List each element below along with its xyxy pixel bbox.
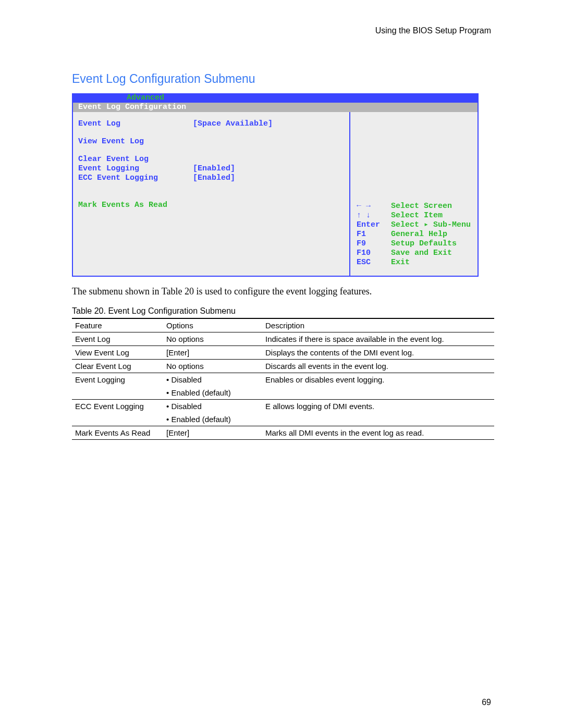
th-options: Options — [163, 318, 262, 332]
td-description: Indicates if there is space available in… — [262, 332, 494, 346]
table-row: • Enabled (default) — [72, 386, 494, 400]
bios-item-event-logging: Event Logging — [78, 164, 193, 174]
table-caption: Table 20. Event Log Configuration Submen… — [72, 306, 491, 316]
bios-help-pane: ← →Select Screen ↑ ↓Select Item EnterSel… — [350, 112, 478, 276]
td-options: • Enabled (default) — [163, 386, 262, 400]
bios-tab-advanced: Advanced — [123, 93, 168, 103]
table-row: Mark Events As Read [Enter] Marks all DM… — [72, 426, 494, 440]
table-row: View Event Log [Enter] Displays the cont… — [72, 346, 494, 360]
bios-key-f10: F10 — [357, 249, 391, 258]
td-description: Displays the contents of the DMI event l… — [262, 346, 494, 360]
td-options: No options — [163, 360, 262, 373]
table-row: ECC Event Logging • Disabled E allows lo… — [72, 400, 494, 413]
th-description: Description — [262, 318, 494, 332]
bios-desc-select-submenu: Select ▸ Sub-Menu — [391, 220, 471, 230]
bios-value-ecc-event-logging: [Enabled] — [193, 174, 235, 183]
bios-item-clear-event-log: Clear Event Log — [78, 155, 344, 164]
td-description — [262, 413, 494, 426]
bios-desc-select-item: Select Item — [391, 211, 443, 220]
bios-key-arrows-lr: ← → — [357, 202, 391, 211]
td-feature: Clear Event Log — [72, 360, 163, 373]
bios-key-esc: ESC — [357, 258, 391, 267]
td-feature: View Event Log — [72, 346, 163, 360]
td-description: Marks all DMI events in the event log as… — [262, 426, 494, 440]
page: Using the BIOS Setup Program Event Log C… — [0, 0, 563, 728]
table-header-row: Feature Options Description — [72, 318, 494, 332]
bios-screenshot: Advanced Event Log Configuration Event L… — [72, 93, 479, 277]
td-feature: Mark Events As Read — [72, 426, 163, 440]
td-options: • Disabled — [163, 400, 262, 413]
section-heading: Event Log Configuration Submenu — [72, 72, 491, 86]
bios-key-arrows-ud: ↑ ↓ — [357, 211, 391, 220]
bios-item-event-log: Event Log — [78, 119, 193, 129]
table-row: Clear Event Log No options Discards all … — [72, 360, 494, 373]
bios-desc-exit: Exit — [391, 258, 410, 267]
feature-table: Feature Options Description Event Log No… — [72, 318, 494, 440]
td-options: • Enabled (default) — [163, 413, 262, 426]
bios-key-enter: Enter — [357, 220, 391, 230]
bios-tab-bar: Advanced — [73, 93, 478, 103]
td-description: Enables or disables event logging. — [262, 373, 494, 387]
table-row: Event Log No options Indicates if there … — [72, 332, 494, 346]
td-description — [262, 386, 494, 400]
td-feature: Event Log — [72, 332, 163, 346]
table-row: Event Logging • Disabled Enables or disa… — [72, 373, 494, 387]
bios-left-pane: Event Log [Space Available] View Event L… — [73, 112, 350, 276]
td-feature — [72, 386, 163, 400]
caption-paragraph: The submenu shown in Table 20 is used to… — [72, 286, 491, 297]
td-feature — [72, 413, 163, 426]
td-options: • Disabled — [163, 373, 262, 387]
running-header: Using the BIOS Setup Program — [72, 26, 491, 35]
bios-key-f1: F1 — [357, 230, 391, 239]
table-row: • Enabled (default) — [72, 413, 494, 426]
td-options: No options — [163, 332, 262, 346]
bios-desc-save-exit: Save and Exit — [391, 249, 452, 258]
bios-key-f9: F9 — [357, 239, 391, 249]
bios-value-event-logging: [Enabled] — [193, 164, 235, 174]
bios-value-event-log: [Space Available] — [193, 119, 273, 129]
td-options: [Enter] — [163, 426, 262, 440]
bios-body: Event Log [Space Available] View Event L… — [73, 112, 478, 276]
td-feature: ECC Event Logging — [72, 400, 163, 413]
td-description: E allows logging of DMI events. — [262, 400, 494, 413]
bios-item-mark-events-as-read: Mark Events As Read — [78, 201, 344, 210]
page-number: 69 — [482, 698, 491, 707]
bios-desc-general-help: General Help — [391, 230, 447, 239]
td-feature: Event Logging — [72, 373, 163, 387]
bios-item-ecc-event-logging: ECC Event Logging — [78, 174, 193, 183]
bios-item-view-event-log: View Event Log — [78, 137, 344, 146]
td-options: [Enter] — [163, 346, 262, 360]
bios-desc-setup-defaults: Setup Defaults — [391, 239, 457, 249]
td-description: Discards all events in the event log. — [262, 360, 494, 373]
th-feature: Feature — [72, 318, 163, 332]
bios-desc-select-screen: Select Screen — [391, 202, 452, 211]
bios-title-bar: Event Log Configuration — [73, 103, 478, 112]
